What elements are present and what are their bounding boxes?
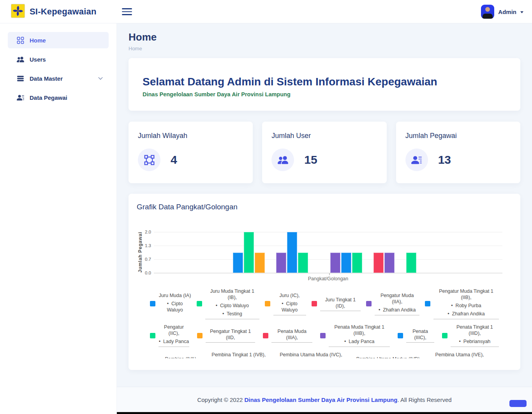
chart-card: Grafik Data Pangkat/Golongan Jumlah Pega…: [129, 194, 520, 370]
bar-juru-muda-ia-: [233, 253, 243, 273]
legend-swatch: [398, 333, 403, 338]
legend-employee-name: • Cipto Waluyo: [205, 303, 259, 309]
y-tick-label: 2.0: [129, 229, 151, 235]
legend-item[interactable]: Juru Tingkat 1 (ID),: [312, 297, 361, 311]
breadcrumb[interactable]: Home: [129, 46, 520, 51]
legend-item[interactable]: Juru Muda Tingkat 1 (IB),• Cipto Waluyo•…: [197, 288, 259, 319]
y-tick-label: 1.3: [129, 243, 151, 248]
sidebar-toggle-button[interactable]: [122, 0, 134, 23]
bar-penata-iiic-: [341, 253, 351, 273]
legend-employee-name: • Zhafran Andika: [433, 311, 499, 317]
sidebar-item-home[interactable]: Home: [8, 32, 109, 48]
legend-item[interactable]: Pembina Utama (IVE),: [435, 352, 484, 358]
stat-value: 4: [171, 153, 177, 166]
brand-title[interactable]: SI-Kepegawaian: [30, 7, 97, 17]
bar-pembina-tingkat-1-ivb-: [373, 253, 384, 273]
legend-title: Penata Tingkat 1 (IIID),: [451, 324, 499, 336]
legend-item[interactable]: Pembina Utama Muda (IVC),: [280, 352, 342, 358]
bar-pengatur-muda-iia-: [276, 253, 286, 273]
sidebar: HomeUsersData MasterData Pegawai: [0, 23, 117, 414]
stat-card-jumlah-wilayah: Jumlah Wilayah4: [129, 122, 253, 183]
legend-employee-name: • Lady Panca: [329, 338, 390, 345]
stat-label: Jumlah Pegawai: [405, 132, 511, 140]
legend-item[interactable]: Pembina (IVA),: [165, 356, 197, 358]
sidebar-item-data-pegawai[interactable]: Data Pegawai: [8, 89, 109, 106]
legend-employee-name: • Zhafran Andika: [375, 307, 419, 313]
topbar: SI-Kepegawaian Admin: [0, 0, 532, 23]
legend-title: Penata Muda (IIIA),: [271, 328, 312, 341]
people-icon: [271, 149, 294, 171]
legend-employee-name: • Cipto Waluyo: [159, 301, 191, 313]
legend-employee-name: • Testing: [205, 311, 259, 317]
welcome-card: Selamat Datang Admin di Sistem Informasi…: [129, 58, 520, 111]
sidebar-item-users[interactable]: Users: [8, 51, 109, 67]
sidebar-nav: HomeUsersData MasterData Pegawai: [8, 32, 109, 106]
y-tick-label: 0.0: [129, 270, 151, 276]
legend-title: Pengatur Muda (IIA),: [375, 292, 419, 305]
legend-item[interactable]: Penata Muda (IIIA),: [263, 328, 312, 343]
bar-penata-muda-tingkat-1-iiib-: [330, 253, 340, 273]
footer: Copyright © 2022 Dinas Pengelolaan Sumbe…: [117, 387, 532, 412]
legend-swatch: [197, 333, 203, 338]
legend-item[interactable]: Pembina Utama Madya (IVD),: [356, 356, 421, 358]
legend-title: Juru Muda (IA): [159, 292, 191, 299]
legend-title: Juru (IC),: [273, 292, 306, 299]
bar-pembina-utama-ive-: [406, 253, 416, 273]
legend-underline: [159, 347, 189, 347]
legend-swatch: [150, 333, 155, 338]
legend-title: Pembina Utama Madya (IVD),: [356, 356, 421, 358]
admin-menu[interactable]: Admin: [481, 0, 523, 23]
scroll-top-button[interactable]: [509, 400, 527, 407]
legend-title: Pengatur Tingkat 1 (IID,: [206, 328, 255, 341]
stat-label: Jumlah Wilayah: [138, 132, 243, 140]
legend-item[interactable]: Juru Muda (IA)• Cipto Waluyo: [150, 292, 191, 315]
hamburger-icon: [122, 8, 132, 9]
legend-employee-name: • Pebriansyah: [451, 338, 499, 345]
legend-title: Juru Tingkat 1 (ID),: [320, 297, 361, 309]
sidebar-item-data-master[interactable]: Data Master: [8, 70, 109, 87]
admin-label: Admin: [498, 9, 516, 15]
pangkat-golongan-chart: Jumlah Pegawai 0.00.71.32.0 Pangkat/Golo…: [129, 217, 520, 358]
legend-title: Pengatur Muda Tingkat 1 (IIB),: [433, 288, 499, 301]
legend-item[interactable]: Pengatur (IIC),• Lady Panca: [150, 324, 189, 347]
legend-title: Pembina Utama Muda (IVC),: [280, 352, 342, 358]
legend-item[interactable]: Pengatur Muda Tingkat 1 (IIB),• Roby Pur…: [425, 288, 499, 319]
x-axis-tick: [329, 273, 330, 275]
legend-item[interactable]: Pembina Tingkat 1 (IVB),: [211, 352, 266, 358]
sidebar-item-label: Data Master: [30, 75, 63, 82]
y-tick-label: 0.7: [129, 257, 151, 262]
x-axis-label: Pangkat/Golongan: [154, 276, 502, 281]
legend-item[interactable]: Penata (IIIC),: [398, 328, 434, 343]
main-content: Home Home Selamat Datang Admin di Sistem…: [117, 23, 532, 387]
legend-title: Penata Muda Tingkat 1 (IIIB),: [329, 324, 390, 336]
stat-value: 13: [438, 153, 451, 166]
footer-link[interactable]: Dinas Pengelolaan Sumber Daya Air Provin…: [245, 396, 398, 403]
person-lines-icon: [405, 149, 428, 171]
chart-title: Grafik Data Pangkat/Golongan: [137, 203, 238, 211]
legend-underline: [206, 342, 255, 343]
avatar: [481, 5, 494, 19]
chevron-down-icon: [98, 76, 103, 81]
legend-title: Pembina Utama (IVE),: [435, 352, 484, 358]
legend-employee-name: • Lady Panca: [159, 338, 189, 345]
bar-pembina-utama-muda-ivc-: [384, 253, 395, 273]
rows-icon: [16, 74, 24, 82]
bounding-box-icon: [138, 149, 160, 171]
legend-underline: [320, 311, 361, 311]
legend-title: Pembina (IVA),: [165, 356, 197, 358]
bar-penata-tingkat-1-iiid-: [352, 253, 362, 273]
legend-item[interactable]: Penata Muda Tingkat 1 (IIIB),• Lady Panc…: [320, 324, 390, 347]
stat-card-jumlah-user: Jumlah User15: [262, 122, 386, 183]
stats-row: Jumlah Wilayah4Jumlah User15Jumlah Pegaw…: [129, 122, 520, 183]
copyright-prefix: Copyright © 2022: [197, 396, 244, 403]
legend-item[interactable]: Penata Tingkat 1 (IIID),• Pebriansyah: [442, 324, 499, 347]
legend-item[interactable]: Pengatur Tingkat 1 (IID,: [197, 328, 255, 343]
legend-underline: [375, 315, 419, 315]
stat-card-jumlah-pegawai: Jumlah Pegawai13: [396, 122, 520, 183]
bar-pengatur-muda-tingkat-1-iib-: [287, 232, 297, 273]
legend-swatch: [150, 301, 155, 306]
legend-item[interactable]: Pengatur Muda (IIA),• Zhafran Andika: [366, 292, 419, 315]
legend-item[interactable]: Juru (IC),• Cipto Waluyo: [265, 292, 306, 315]
chart-legend: Juru Muda (IA)• Cipto WaluyoJuru Muda Ti…: [150, 288, 499, 358]
legend-swatch: [320, 333, 326, 338]
